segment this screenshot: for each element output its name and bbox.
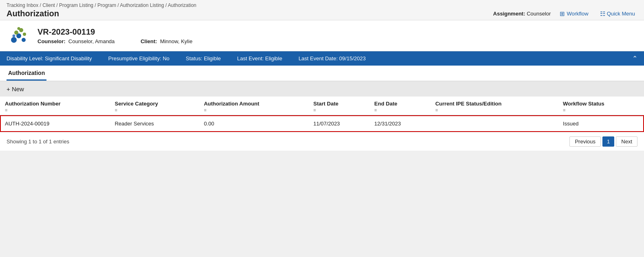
client-info: Client: Minnow, Kylie — [141, 38, 205, 44]
app-logo — [7, 24, 31, 47]
quickmenu-button[interactable]: ☷ Quick Menu — [598, 9, 637, 18]
service-category-filter-icon[interactable]: ≡ — [115, 108, 194, 112]
service-category-cell: Reader Services — [110, 115, 199, 132]
end-date-cell: 12/31/2023 — [369, 115, 430, 132]
end-date-filter-icon[interactable]: ≡ — [374, 108, 426, 112]
quickmenu-icon: ☷ — [600, 10, 605, 18]
disability-level: Disability Level: Significant Disability — [7, 55, 92, 62]
svg-point-7 — [13, 35, 15, 37]
col-start-date: Start Date ≡ — [309, 97, 370, 115]
col-auth-amount: Authorization Amount ≡ — [199, 97, 309, 115]
svg-point-5 — [23, 33, 26, 36]
svg-point-2 — [22, 38, 26, 42]
toolbar: + New — [0, 81, 644, 97]
client-details: VR-2023-00119 Counselor: Counselor, Aman… — [37, 27, 217, 44]
header-right: Assignment: Counselor ⊞ Workflow ☷ Quick… — [493, 9, 637, 18]
client-meta: Counselor: Counselor, Amanda Client: Min… — [37, 38, 217, 44]
tab-authorization[interactable]: Authorization — [7, 66, 46, 81]
presumptive-eligibility: Presumptive Eligibility: No — [108, 55, 170, 62]
page-title: Authorization — [7, 9, 59, 18]
start-date-cell: 11/07/2023 — [309, 115, 370, 132]
col-ipe-status: Current IPE Status/Edition ≡ — [430, 97, 558, 115]
svg-point-0 — [11, 37, 17, 43]
ipe-status-filter-icon[interactable]: ≡ — [435, 108, 553, 112]
assignment-info: Assignment: Counselor — [493, 11, 551, 17]
ipe-status-cell — [430, 115, 558, 132]
col-end-date: End Date ≡ — [369, 97, 430, 115]
tab-bar: Authorization — [0, 66, 644, 81]
auth-amount-cell: 0.00 — [199, 115, 309, 132]
counselor-info: Counselor: Counselor, Amanda — [37, 38, 128, 44]
breadcrumb: Tracking Inbox / Client / Program Listin… — [7, 2, 637, 8]
table-section: Authorization Number ≡ Service Category … — [0, 97, 644, 132]
pagination: Previous 1 Next — [569, 136, 637, 147]
page-number: 1 — [602, 136, 614, 147]
main-content: Authorization + New Authorization Number… — [0, 66, 644, 151]
authorization-table: Authorization Number ≡ Service Category … — [0, 97, 644, 132]
workflow-status-cell: Issued — [558, 115, 644, 132]
svg-point-3 — [14, 31, 18, 35]
workflow-status-filter-icon[interactable]: ≡ — [563, 108, 639, 112]
last-event: Last Event: Eligible — [237, 55, 282, 62]
table-body: AUTH-2024-00019Reader Services0.0011/07/… — [0, 115, 644, 132]
showing-text: Showing 1 to 1 of 1 entries — [7, 138, 69, 145]
workflow-icon: ⊞ — [560, 10, 565, 18]
svg-point-6 — [18, 27, 20, 30]
status-field: Status: Eligible — [186, 55, 221, 62]
workflow-button[interactable]: ⊞ Workflow — [557, 9, 591, 18]
prev-button[interactable]: Previous — [569, 136, 601, 147]
auth-amount-filter-icon[interactable]: ≡ — [204, 108, 304, 112]
table-header-row: Authorization Number ≡ Service Category … — [0, 97, 644, 115]
new-button[interactable]: + New — [7, 86, 24, 92]
start-date-filter-icon[interactable]: ≡ — [313, 108, 365, 112]
status-bar: Disability Level: Significant Disability… — [0, 51, 644, 66]
auth-number-filter-icon[interactable]: ≡ — [5, 108, 105, 112]
col-service-category: Service Category ≡ — [110, 97, 199, 115]
status-bar-chevron-icon[interactable]: ⌃ — [632, 55, 637, 62]
col-auth-number: Authorization Number ≡ — [0, 97, 110, 115]
client-info-bar: VR-2023-00119 Counselor: Counselor, Aman… — [0, 20, 644, 51]
table-row[interactable]: AUTH-2024-00019Reader Services0.0011/07/… — [0, 115, 644, 132]
top-header: Tracking Inbox / Client / Program Listin… — [0, 0, 644, 20]
auth-number-cell: AUTH-2024-00019 — [0, 115, 110, 132]
table-footer: Showing 1 to 1 of 1 entries Previous 1 N… — [0, 132, 644, 151]
client-id: VR-2023-00119 — [37, 27, 217, 37]
next-button[interactable]: Next — [616, 136, 637, 147]
last-event-date: Last Event Date: 09/15/2023 — [298, 55, 366, 62]
col-workflow-status: Workflow Status ≡ — [558, 97, 644, 115]
status-bar-items: Disability Level: Significant Disability… — [7, 55, 632, 62]
